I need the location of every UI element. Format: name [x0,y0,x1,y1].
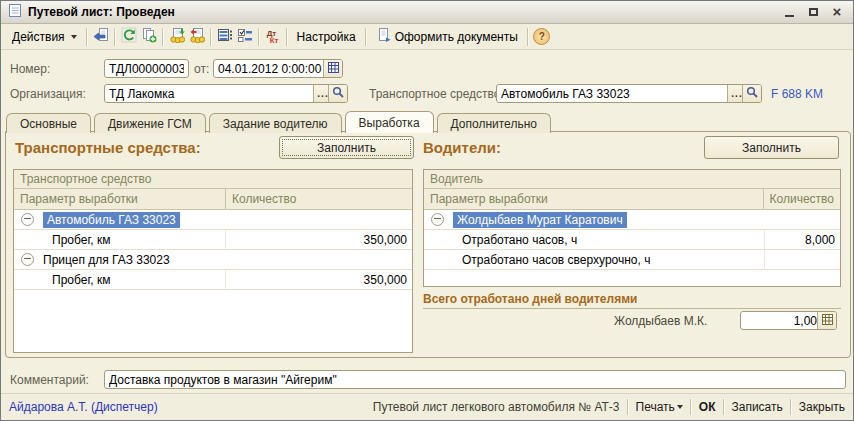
vehicle-group-label: Автомобиль ГАЗ 33023 [43,212,180,228]
toolbar-separator [210,28,212,46]
tab-main[interactable]: Основные [6,113,91,133]
unpost-document-button[interactable] [187,27,207,47]
collapse-icon[interactable] [21,213,34,226]
help-icon: ? [533,28,550,45]
vehicle-search-button[interactable] [742,85,761,102]
minimize-button[interactable] [782,5,796,19]
repost-document-button[interactable] [91,27,111,47]
issue-documents-icon [376,27,391,46]
calculator-button[interactable] [817,312,836,329]
window-title: Путевой лист: Проведен [28,5,175,19]
debit-credit-icon: Дт Кт [267,30,279,44]
actions-label: Действия [12,30,65,44]
toolbar: Действия [1,24,853,50]
table-row[interactable]: Жолдыбаев Мурат Каратович [424,210,840,230]
date-input[interactable]: 04.01.2012 0:00:00 [213,59,343,78]
table-row[interactable]: Пробег, км 350,000 [14,230,412,250]
debit-credit-button[interactable]: Дт Кт [263,27,283,47]
organization-label: Организация: [10,87,86,101]
toolbar-separator [365,28,367,46]
tab-output[interactable]: Выработка [345,111,434,133]
vehicles-table-columns: Параметр выработки Количество [14,189,412,210]
post-document-button[interactable] [167,27,187,47]
table-row[interactable]: Автомобиль ГАЗ 33023 [14,210,412,230]
vehicle-plate: F 688 KM [771,87,823,101]
magnifier-icon [746,86,758,101]
table-row[interactable]: Прицеп для ГАЗ 33023 [14,250,412,270]
table-row[interactable]: Отработано часов сверхурочно, ч [424,250,840,270]
refresh-button[interactable] [119,27,139,47]
help-button[interactable]: ? [532,27,552,47]
toolbar-separator [114,28,116,46]
checkbox-list-button[interactable] [235,27,255,47]
table-row[interactable]: Отработано часов, ч 8,000 [424,230,840,250]
column-param[interactable]: Параметр выработки [424,189,764,209]
unpost-coins-icon [189,27,205,46]
status-bar: Айдарова А.Т. (Диспетчер) Путевой лист л… [1,393,853,420]
settings-button[interactable]: Настройка [291,28,362,46]
total-days-title: Всего отработано дней водителями [423,292,841,309]
footer-separator [723,399,725,415]
organization-search-button[interactable] [328,85,347,102]
close-button[interactable]: × [830,5,844,19]
tab-additional[interactable]: Дополнительно [437,113,551,133]
table-row[interactable]: Пробег, км 350,000 [14,270,412,290]
date-from-label: от: [194,62,209,76]
list-structure-button[interactable] [215,27,235,47]
checkbox-list-icon [237,27,253,46]
tab-driver-task[interactable]: Задание водителю [209,113,342,133]
ok-button[interactable]: ОК [699,400,716,414]
collapse-icon[interactable] [21,253,34,266]
document-arrow-icon [93,27,109,46]
vehicles-fill-button[interactable]: Заполнить [279,136,414,159]
maximize-button[interactable] [806,5,820,19]
drivers-fill-button[interactable]: Заполнить [704,136,839,159]
magnifier-icon [332,86,344,101]
window-controls: × [782,5,846,19]
refresh-icon [121,27,137,46]
total-driver-label: Жолдыбаев М.К. [614,314,707,328]
comment-input[interactable]: Доставка продуктов в магазин "Айгерим" [104,370,846,389]
toolbar-separator [286,28,288,46]
copy-document-button[interactable] [139,27,159,47]
calculator-icon [822,314,833,328]
copy-plus-icon [141,27,157,46]
tab-fuel-movement[interactable]: Движение ГСМ [94,113,206,133]
drivers-table[interactable]: Водитель Параметр выработки Количество Ж… [423,169,841,287]
save-button[interactable]: Записать [732,400,783,414]
toolbar-separator [527,28,529,46]
output-tab-panel: Транспортные средства: Заполнить Транспо… [5,131,851,358]
vehicle-label: Транспортное средство: [369,87,504,101]
drivers-section-title: Водители: [423,139,501,156]
rows-list-icon [217,27,233,46]
title-bar: Путевой лист: Проведен × [1,1,853,24]
issue-documents-button[interactable]: Оформить документы [370,25,524,48]
footer-separator [790,399,792,415]
footer-separator [690,399,692,415]
actions-button[interactable]: Действия [6,28,83,46]
comment-label: Комментарий: [10,373,89,387]
vehicle-input[interactable]: Автомобиль ГАЗ 33023 ... [496,84,762,103]
waybill-window: Путевой лист: Проведен × Действия [0,0,854,421]
toolbar-separator [162,28,164,46]
vehicles-table[interactable]: Транспортное средство Параметр выработки… [13,169,413,353]
calendar-button[interactable] [323,60,342,77]
close-form-button[interactable]: Закрыть [799,400,845,414]
drivers-table-group-header: Водитель [424,170,840,189]
column-qty[interactable]: Количество [764,189,840,209]
vehicles-table-group-header: Транспортное средство [14,170,412,189]
chevron-down-icon [677,405,683,409]
document-type-label: Путевой лист легкового автомобиля № АТ-3 [373,400,620,414]
post-coins-icon [169,27,185,46]
number-label: Номер: [10,62,50,76]
total-days-input[interactable]: 1,00 [740,311,837,330]
print-button[interactable]: Печать [636,400,683,414]
collapse-icon[interactable] [431,213,444,226]
organization-input[interactable]: ТД Лакомка ... [104,84,348,103]
calendar-icon [328,62,339,76]
column-qty[interactable]: Количество [226,189,302,209]
number-input[interactable]: ТДЛ00000003 [104,59,189,78]
user-status: Айдарова А.Т. (Диспетчер) [9,400,158,414]
column-param[interactable]: Параметр выработки [14,189,226,209]
footer-separator [627,399,629,415]
